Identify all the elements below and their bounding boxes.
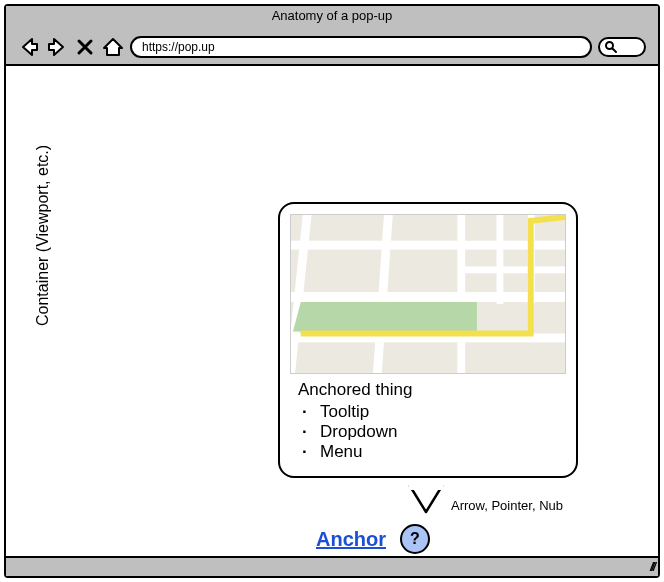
map-image bbox=[290, 214, 566, 374]
viewport: Container (Viewport, etc.) bbox=[6, 66, 658, 556]
svg-rect-8 bbox=[457, 215, 465, 373]
list-item: Menu bbox=[320, 442, 558, 462]
window-title: Anatomy of a pop-up bbox=[6, 8, 658, 23]
svg-rect-9 bbox=[497, 215, 504, 304]
svg-marker-13 bbox=[410, 486, 442, 512]
svg-rect-4 bbox=[291, 292, 565, 302]
popup-arrow bbox=[406, 484, 446, 514]
toolbar: https://pop.up bbox=[18, 36, 646, 58]
anchor-row: Anchor ? bbox=[316, 524, 430, 554]
close-icon[interactable] bbox=[74, 36, 96, 58]
home-icon[interactable] bbox=[102, 36, 124, 58]
svg-line-1 bbox=[613, 49, 617, 53]
anchor-link[interactable]: Anchor bbox=[316, 528, 386, 551]
popup-body: Anchored thing Tooltip Dropdown Menu bbox=[290, 374, 566, 462]
browser-window: Anatomy of a pop-up https://pop.up Conta… bbox=[4, 4, 660, 578]
svg-marker-12 bbox=[293, 302, 477, 332]
container-label: Container (Viewport, etc.) bbox=[34, 145, 52, 326]
back-icon[interactable] bbox=[18, 36, 40, 58]
svg-rect-11 bbox=[463, 266, 565, 273]
help-icon[interactable]: ? bbox=[400, 524, 430, 554]
popup-heading: Anchored thing bbox=[298, 380, 558, 400]
url-text: https://pop.up bbox=[142, 40, 215, 54]
url-input[interactable]: https://pop.up bbox=[130, 36, 592, 58]
arrow-label: Arrow, Pointer, Nub bbox=[451, 498, 563, 513]
popup-list: Tooltip Dropdown Menu bbox=[298, 402, 558, 462]
statusbar: /// bbox=[6, 556, 658, 576]
svg-rect-3 bbox=[291, 241, 565, 250]
search-icon bbox=[604, 40, 618, 54]
svg-rect-14 bbox=[409, 484, 443, 490]
list-item: Dropdown bbox=[320, 422, 558, 442]
popup: Anchored thing Tooltip Dropdown Menu bbox=[278, 202, 578, 478]
list-item: Tooltip bbox=[320, 402, 558, 422]
resize-grip-icon[interactable]: /// bbox=[650, 560, 654, 574]
search-button[interactable] bbox=[598, 37, 646, 57]
forward-icon[interactable] bbox=[46, 36, 68, 58]
titlebar: Anatomy of a pop-up https://pop.up bbox=[6, 6, 658, 66]
